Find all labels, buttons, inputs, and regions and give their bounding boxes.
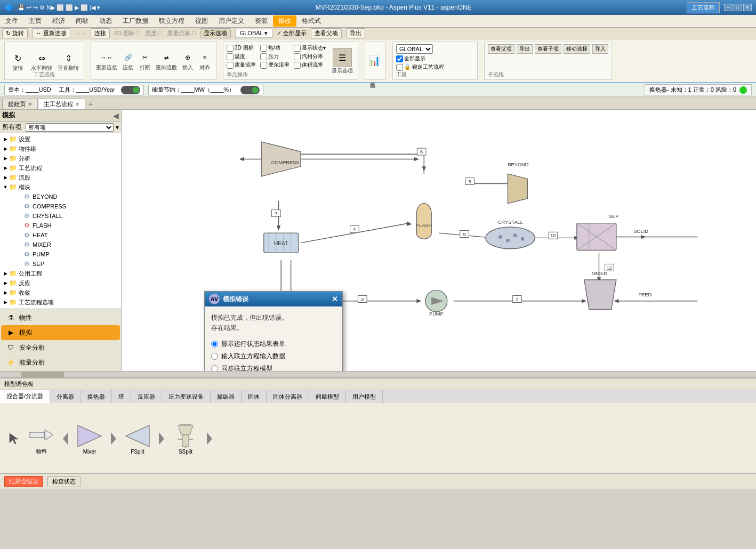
modal-option-2[interactable]: 输入联立方程输入数据 (211, 352, 336, 361)
tree-streams[interactable]: ▶📁流股 (1, 173, 120, 182)
palette-ssplit[interactable]: SSplit (170, 421, 202, 457)
display-options-btn[interactable]: 显示选项 (200, 28, 231, 38)
align-btn[interactable]: ≡对齐 (197, 50, 213, 73)
tree-utilities[interactable]: ▶📁公用工程 (1, 269, 120, 278)
mass-flow-cb[interactable] (227, 62, 234, 69)
view-parent-btn[interactable]: 查看父项 (311, 28, 342, 38)
insert-btn[interactable]: ⊕插入 (180, 50, 196, 73)
tree-pf[interactable]: ▶📁工艺流程 (1, 163, 120, 173)
tree-analysis[interactable]: ▶📁分析 (1, 154, 120, 163)
tree-reactions[interactable]: ▶📁反应 (1, 278, 120, 288)
global-dropdown[interactable]: GLOBAL (396, 44, 433, 54)
modal-option-1[interactable]: 显示运行状态结果表单 (211, 340, 336, 349)
palette-tab-column[interactable]: 塔 (112, 390, 131, 403)
menu-eq[interactable]: 联立方程 (154, 15, 190, 27)
menu-plant-data[interactable]: 工厂数据 (117, 15, 154, 27)
canvas-area[interactable]: 6 5 7 4 9 10 (122, 110, 756, 371)
energy-toggle[interactable] (240, 86, 260, 94)
pressure-cb[interactable] (260, 53, 267, 60)
rotate-btn[interactable]: ↻ 旋转 (2, 28, 28, 38)
menu-format[interactable]: 格式式 (296, 15, 326, 27)
export-btn[interactable]: 导出 (346, 28, 365, 38)
import-btn[interactable]: 导入 (592, 44, 608, 54)
panel-collapse-btn[interactable]: ◀ (113, 111, 119, 120)
palette-tab-solid-sep[interactable]: 固体分离器 (267, 390, 309, 403)
tab-main-close[interactable]: ✕ (75, 101, 79, 107)
3d-icon-cb[interactable] (227, 45, 234, 52)
tree-convergence[interactable]: ▶📁收敛 (1, 288, 120, 297)
tree-sep[interactable]: ⚙SEP (1, 259, 120, 269)
vapor-frac-cb[interactable] (294, 53, 301, 60)
reconnect-btn[interactable]: ↔ 重新连接 (32, 28, 70, 38)
heat-work-cb[interactable] (260, 45, 267, 52)
palette-scroll-left[interactable] (60, 429, 71, 448)
tree-pump[interactable]: ⚙PUMP (1, 249, 120, 259)
maximize-button[interactable]: □ (734, 4, 742, 11)
canvas-scrollbar-h[interactable] (0, 371, 756, 377)
palette-tab-hx[interactable]: 换热器 (81, 390, 112, 403)
menu-file[interactable]: 文件 (0, 15, 23, 27)
all-items-select[interactable]: 所有项 (26, 123, 114, 132)
palette-mixer-scroll-right[interactable] (108, 429, 119, 448)
vol-flow-cb[interactable] (294, 62, 301, 69)
menu-home[interactable]: 主页 (23, 15, 47, 27)
palette-tab-mixer[interactable]: 混合器/分流器 (0, 390, 50, 403)
lock-pf-cb[interactable] (396, 64, 403, 71)
modal-close-button[interactable]: ✕ (332, 295, 338, 303)
temp-cb[interactable] (227, 53, 234, 60)
menu-resource[interactable]: 资源 (250, 15, 273, 27)
flip-h-btn[interactable]: ⇔水平翻转 (29, 50, 54, 74)
tree-settings[interactable]: ▶📁设置 (1, 134, 120, 144)
tab-safety[interactable]: 🛡 安全分析 (1, 340, 120, 355)
molar-flow-cb[interactable] (260, 62, 267, 69)
display-state-cb[interactable] (294, 45, 301, 52)
tree-crystall[interactable]: ⚙CRYSTALL (1, 211, 120, 221)
palette-tab-manipulator[interactable]: 操纵器 (211, 390, 242, 403)
rotate-icon-btn[interactable]: ↻旋转 (8, 50, 27, 74)
tab-start-close[interactable]: ✕ (28, 101, 32, 107)
tree-flash[interactable]: ⚙FLASH (1, 221, 120, 230)
tree-beyond[interactable]: ⚙BEYOND (1, 192, 120, 201)
palette-tab-batch[interactable]: 间歇模型 (309, 390, 346, 403)
select-tool[interactable] (4, 417, 23, 460)
palette-tab-separator[interactable]: 分离器 (50, 390, 81, 403)
menu-batch[interactable]: 间歇 (70, 15, 94, 27)
flip-v-btn[interactable]: ⇕垂直翻转 (56, 50, 81, 74)
view-child-btn[interactable]: 查看子项 (535, 44, 561, 54)
capital-toggle[interactable] (121, 86, 140, 94)
reconnect-icon-btn[interactable]: ↔↔重新连接 (94, 50, 119, 73)
active-ribbon-tab[interactable]: 工艺流程 (687, 2, 720, 13)
tree-pf-options[interactable]: ▶📁工艺流程选项 (1, 297, 120, 307)
palette-mixer[interactable]: Mixer (74, 421, 106, 457)
tab-start[interactable]: 起始页 ✕ (2, 99, 38, 109)
menu-modify[interactable]: 修改 (273, 15, 296, 27)
menu-user-def[interactable]: 用户定义 (213, 15, 250, 27)
display-opts-icon-btn[interactable]: ☰ 显示选项 (330, 46, 355, 76)
tree-properties[interactable]: ▶📁物性组 (1, 144, 120, 154)
palette-tab-reactor[interactable]: 反应器 (131, 390, 162, 403)
tree-mixer[interactable]: ⚙MIXER (1, 240, 120, 249)
move-select-btn[interactable]: 移动选择 (564, 44, 590, 54)
close-button[interactable]: ✕ (743, 4, 752, 11)
tree-compress[interactable]: ⚙COMPRESS (1, 201, 120, 211)
tab-energy[interactable]: ⚡ 能量分析 (1, 355, 120, 370)
tab-simulation[interactable]: ▶ 模拟 (1, 325, 120, 340)
break-icon-btn[interactable]: ✂打断 (137, 50, 153, 73)
palette-fsplit[interactable]: FSplit (122, 421, 154, 457)
modal-option-3[interactable]: 同步联立方程模型 (211, 364, 336, 371)
results-error-button[interactable]: 结果含错误 (4, 476, 43, 487)
tab-add-button[interactable]: + (85, 99, 96, 109)
reroute-btn[interactable]: ⇄重排流股 (154, 50, 179, 73)
tree-heat[interactable]: ⚙HEAT (1, 230, 120, 240)
connect-icon-btn[interactable]: 🔗连接 (120, 50, 136, 73)
menu-view[interactable]: 视图 (190, 15, 213, 27)
menu-dynamic[interactable]: 动态 (94, 15, 117, 27)
export-sub-btn[interactable]: 导出 (517, 44, 533, 54)
palette-ssplit-scroll-right[interactable] (204, 429, 215, 448)
tab-properties[interactable]: ⚗ 物性 (1, 310, 120, 325)
view-parent-sub-btn[interactable]: 查看父项 (488, 44, 514, 54)
palette-tab-solids[interactable]: 固体 (242, 390, 267, 403)
tree-blocks[interactable]: ▼📁模块 (1, 182, 120, 192)
connect-btn[interactable]: 连接 (91, 28, 110, 38)
palette-tab-pressure[interactable]: 压力变送设备 (162, 390, 211, 403)
